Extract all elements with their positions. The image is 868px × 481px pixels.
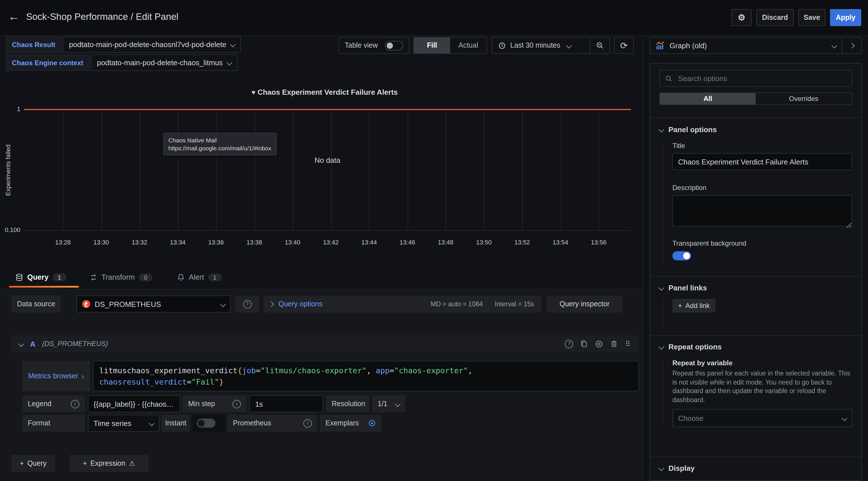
- tab-all[interactable]: All: [660, 93, 756, 104]
- variable-value-chaos-engine[interactable]: podtato-main-pod-delete-chaos_litmus: [91, 55, 238, 71]
- panel-header[interactable]: ♥ Chaos Experiment Verdict Failure Alert…: [8, 88, 641, 96]
- instant-switch[interactable]: [197, 419, 215, 428]
- x-grid-line: [254, 110, 255, 230]
- time-range-picker[interactable]: Last 30 minutes: [492, 37, 590, 53]
- legend-input[interactable]: {{app_label}} - {{chaos…: [88, 395, 180, 412]
- info-icon[interactable]: i: [303, 419, 312, 427]
- query-help-icon[interactable]: ?: [565, 339, 574, 348]
- chevron-down-icon: [149, 420, 154, 426]
- actual-button[interactable]: Actual: [450, 37, 487, 53]
- duplicate-query-icon[interactable]: [580, 340, 588, 348]
- x-axis-tick-label: 13:28: [55, 239, 70, 246]
- panel-options-sidebar: Graph (old) All Overrides: [642, 35, 868, 481]
- add-link-button[interactable]: + Add link: [673, 299, 715, 312]
- format-option: Format: [22, 415, 85, 432]
- datasource-help-button[interactable]: ?: [235, 296, 259, 312]
- search-options-box[interactable]: [659, 70, 852, 87]
- panel-description-input[interactable]: [673, 195, 852, 226]
- promql-editor[interactable]: litmuschaos_experiment_verdict{job="litm…: [93, 361, 639, 391]
- chevron-right-icon: [269, 301, 274, 307]
- x-axis-tick-label: 13:38: [246, 239, 262, 246]
- delete-query-icon[interactable]: [610, 340, 618, 348]
- grafana-edit-panel: ← Sock-Shop Performance / Edit Panel ⚙ D…: [0, 0, 868, 481]
- plus-icon: +: [678, 302, 682, 310]
- x-grid-line: [407, 110, 408, 230]
- save-button[interactable]: Save: [798, 9, 826, 26]
- prometheus-type-option: Prometheus i: [227, 415, 317, 432]
- datasource-label: Data source: [11, 296, 61, 312]
- chevron-down-icon: [658, 127, 664, 132]
- toggle-visibility-icon[interactable]: [595, 339, 603, 348]
- transform-icon: [90, 273, 97, 281]
- section-display[interactable]: Display: [659, 457, 852, 479]
- x-grid-line: [101, 110, 102, 230]
- description-label: Description: [673, 184, 852, 192]
- query-inspector-button[interactable]: Query inspector: [547, 296, 622, 312]
- variable-value-chaos-result[interactable]: podtato-main-pod-delete-chaosnl7vd-pod-d…: [63, 36, 241, 53]
- collapse-options-pane-button[interactable]: [842, 37, 861, 53]
- interval-stat: Interval = 15s: [495, 301, 534, 307]
- back-arrow-icon[interactable]: ←: [8, 10, 20, 23]
- tab-overrides[interactable]: Overrides: [756, 93, 851, 104]
- zoom-out-time-button[interactable]: [590, 37, 610, 53]
- query-options-header[interactable]: Query options MD = auto = 1084 Interval …: [264, 296, 541, 312]
- bell-icon: [177, 273, 185, 281]
- info-icon[interactable]: i: [232, 400, 241, 408]
- search-options-input[interactable]: [677, 73, 846, 83]
- x-axis-tick-label: 13:30: [93, 239, 109, 246]
- tab-query[interactable]: Query 1: [15, 273, 66, 281]
- visualization-picker[interactable]: Graph (old): [650, 37, 862, 54]
- transparent-background-label: Transparent background: [673, 239, 852, 247]
- metrics-browser-button[interactable]: Metrics browser ›: [22, 361, 90, 391]
- section-panel-links[interactable]: Panel links: [659, 277, 852, 299]
- discard-button[interactable]: Discard: [756, 9, 794, 26]
- database-icon: [15, 273, 23, 281]
- x-axis-tick-label: 13:32: [131, 239, 147, 246]
- section-panel-options[interactable]: Panel options: [659, 118, 852, 141]
- max-data-points-stat: MD = auto = 1084: [431, 301, 483, 307]
- x-grid-line: [178, 110, 178, 230]
- add-query-button[interactable]: + Query: [11, 455, 55, 472]
- section-repeat-options[interactable]: Repeat options: [659, 336, 852, 358]
- exemplars-icon[interactable]: [368, 419, 376, 427]
- x-axis-tick-label: 13:46: [399, 239, 415, 246]
- format-select[interactable]: Time series: [88, 415, 159, 432]
- heart-icon: ♥: [251, 89, 255, 96]
- query-row-header[interactable]: A (DS_PROMETHEUS) ? ⠿: [11, 335, 639, 352]
- title-label: Title: [673, 142, 852, 150]
- no-data-message: No data: [24, 156, 631, 164]
- info-icon[interactable]: i: [71, 400, 80, 408]
- panel-links-body: + Add link: [663, 299, 852, 328]
- table-view-switch[interactable]: [385, 40, 403, 50]
- min-step-input[interactable]: 1s: [249, 395, 323, 412]
- tab-alert[interactable]: Alert 1: [177, 273, 222, 281]
- chevron-right-icon: ›: [82, 372, 84, 380]
- instant-option: Instant: [162, 415, 190, 432]
- table-view-label: Table view: [345, 41, 378, 49]
- variable-label-chaos-result: Chaos Result: [6, 36, 62, 53]
- repeat-variable-select[interactable]: Choose: [673, 409, 852, 427]
- transparent-background-switch[interactable]: [673, 251, 691, 260]
- refresh-button[interactable]: ⟳: [614, 37, 634, 54]
- x-axis-tick-label: 13:40: [285, 239, 300, 246]
- chevron-down-icon: [658, 465, 664, 471]
- apply-button[interactable]: Apply: [830, 9, 861, 26]
- panel-title: Chaos Experiment Verdict Failure Alerts: [257, 88, 398, 96]
- datasource-picker[interactable]: DS_PROMETHEUS: [76, 296, 231, 312]
- drag-handle-icon[interactable]: ⠿: [625, 339, 631, 348]
- data-link-tooltip[interactable]: Chaos Native Mail https://mail.google.co…: [163, 133, 276, 155]
- add-expression-button[interactable]: + Expression ⚠: [69, 455, 149, 472]
- chevron-right-icon: [849, 42, 855, 48]
- panel-settings-button[interactable]: ⚙: [732, 9, 752, 26]
- fill-button[interactable]: Fill: [414, 37, 450, 53]
- panel-title-input[interactable]: [673, 153, 852, 170]
- page-title: Sock-Shop Performance / Edit Panel: [26, 11, 178, 22]
- gear-icon: ⚙: [738, 12, 746, 23]
- resolution-select[interactable]: 1/1: [372, 395, 405, 412]
- plus-icon: +: [20, 459, 24, 468]
- query-count-badge: 1: [53, 273, 66, 281]
- x-grid-line: [560, 110, 561, 230]
- tab-transform[interactable]: Transform 0: [90, 273, 153, 281]
- search-icon: [665, 74, 673, 82]
- x-grid-line: [331, 110, 331, 230]
